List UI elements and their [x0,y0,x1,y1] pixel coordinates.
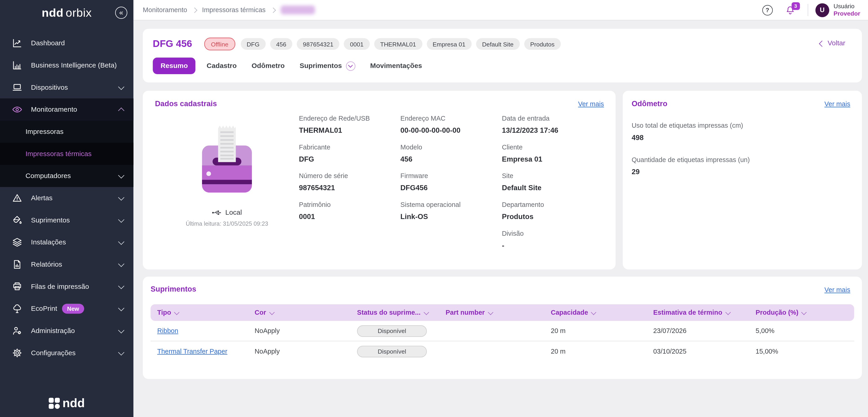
sidebar-item-relatorios[interactable]: Relatórios [0,253,133,276]
cell-estimativa: 23/07/2026 [647,327,749,335]
tab-odometro[interactable]: Odômetro [252,62,285,70]
chevron-down-icon [118,84,124,90]
field-label: Site [502,172,603,180]
breadcrumb-impressoras-termicas[interactable]: Impressoras térmicas [202,6,266,14]
device-title-row: DFG 456 Offline DFG 456 987654321 0001 T… [153,37,845,50]
status-pill-disponivel: Disponível [357,325,427,337]
help-button[interactable]: ? [762,5,773,15]
chevron-right-icon [192,7,197,13]
field-cliente: Cliente Empresa 01 [502,143,603,163]
field-modelo: Modelo 456 [400,143,502,163]
sidebar-item-label: Impressoras [25,128,63,135]
tab-resumo[interactable]: Resumo [153,58,195,74]
connection-row: Local [212,208,242,216]
sidebar-item-ecoprint[interactable]: EcoPrint New [0,297,133,320]
last-reading-label: Última leitura: 31/05/2025 09:23 [186,220,268,227]
table-row: Thermal Transfer Paper NoApply Disponíve… [151,341,854,361]
user-info[interactable]: Usuário Provedor [833,3,860,18]
column-header-cor[interactable]: Cor [248,309,350,317]
column-label: Cor [255,309,266,317]
field-firmware: Firmware DFG456 [400,172,502,192]
device-tabs: Resumo Cadastro Odômetro Suprimentos [153,58,845,74]
sidebar-item-instalacoes[interactable]: Instalações [0,231,133,253]
card-title: Dados cadastrais [155,100,603,108]
topbar: Monitoramento Impressoras térmicas ? 3 U… [133,0,868,20]
tab-label: Cadastro [207,62,237,70]
footer-ndd-text: ndd [63,396,85,411]
sidebar-item-suprimentos[interactable]: Suprimentos [0,209,133,231]
field-data-entrada: Data de entrada 13/12/2023 17:46 [502,115,603,134]
sidebar-item-dashboard[interactable]: Dashboard [0,32,133,54]
column-header-tipo[interactable]: Tipo [151,309,248,317]
supply-link-thermal-paper[interactable]: Thermal Transfer Paper [157,347,227,355]
column-header-part-number[interactable]: Part number [439,309,544,317]
user-gear-icon [11,325,23,337]
odometro-ver-mais-link[interactable]: Ver mais [825,100,850,108]
field-value: DFG [299,155,400,163]
tab-dropdown-button[interactable] [346,61,355,70]
column-label: Tipo [157,309,171,317]
sidebar-item-business-intelligence[interactable]: Business Intelligence (Beta) [0,54,133,76]
sidebar-item-filas-de-impressao[interactable]: Filas de impressão [0,276,133,298]
sidebar-item-impressoras-termicas[interactable]: Impressoras térmicas [0,143,133,165]
breadcrumb-monitoramento[interactable]: Monitoramento [143,6,187,14]
field-patrimonio: Patrimônio 0001 [299,201,400,221]
chevron-down-icon [118,238,124,245]
column-header-capacidade[interactable]: Capacidade [544,309,647,317]
sidebar-item-dispositivos[interactable]: Dispositivos [0,76,133,99]
chevron-down-icon [118,304,124,311]
field-label: Endereço MAC [400,115,502,122]
back-button[interactable]: Voltar [820,39,845,47]
cards-row: Dados cadastrais Ver mais [143,91,862,269]
supply-link-ribbon[interactable]: Ribbon [157,327,178,335]
new-badge: New [62,304,84,314]
warning-triangle-icon [11,192,23,204]
field-value: Empresa 01 [502,155,603,163]
tab-movimentacoes[interactable]: Movimentações [370,62,422,70]
sidebar-item-administracao[interactable]: Administração [0,320,133,342]
sidebar-item-computadores[interactable]: Computadores [0,165,133,187]
chevron-down-icon [118,216,124,222]
field-value: 456 [400,155,502,163]
chevron-down-icon [118,349,124,355]
tab-cadastro[interactable]: Cadastro [207,62,237,70]
field-label: Cliente [502,143,603,151]
chevron-down-icon [174,310,179,315]
sidebar-item-label: Instalações [31,238,66,246]
chevron-down-icon [802,310,807,315]
paint-bucket-icon [11,215,23,226]
chevron-down-icon [591,310,596,315]
field-departamento: Departamento Produtos [502,201,603,221]
tab-label: Suprimentos [300,62,342,70]
device-tag: THERMAL01 [374,38,422,50]
user-name: Usuário [833,3,860,10]
field-label: Modelo [400,143,502,151]
column-header-producao[interactable]: Produção (%) [749,309,854,317]
field-label: Firmware [400,172,502,180]
field-quantidade-etiquetas: Quantidade de etiquetas impressas (un) 2… [632,156,853,176]
sidebar-item-monitoramento[interactable]: Monitoramento [0,98,133,121]
tab-suprimentos[interactable]: Suprimentos [300,61,355,70]
sidebar-item-configuracoes[interactable]: Configurações [0,342,133,364]
gear-icon [11,347,23,359]
column-header-status[interactable]: Status do suprime... [350,309,439,317]
status-badge-offline: Offline [204,37,235,50]
cell-capacidade: 20 m [544,327,647,335]
chevron-down-icon [725,310,731,315]
sidebar-item-label: EcoPrint [31,305,57,313]
field-value: DFG456 [400,184,502,192]
field-label: Quantidade de etiquetas impressas (un) [632,156,853,164]
dados-ver-mais-link[interactable]: Ver mais [578,100,604,108]
logo-ndd-text: ndd [42,6,63,20]
user-avatar[interactable]: U [815,3,829,17]
sidebar-item-alertas[interactable]: Alertas [0,187,133,209]
sidebar-collapse-button[interactable]: « [115,7,127,19]
chevron-down-icon [118,283,124,289]
cell-estimativa: 03/10/2025 [647,347,749,355]
notifications-button[interactable]: 3 [785,5,796,15]
column-header-estimativa[interactable]: Estimativa de término [647,309,749,317]
page-title: DFG 456 [153,38,192,50]
sidebar-item-label: Configurações [31,349,75,357]
sidebar-item-impressoras[interactable]: Impressoras [0,121,133,143]
suprimentos-ver-mais-link[interactable]: Ver mais [825,286,850,294]
